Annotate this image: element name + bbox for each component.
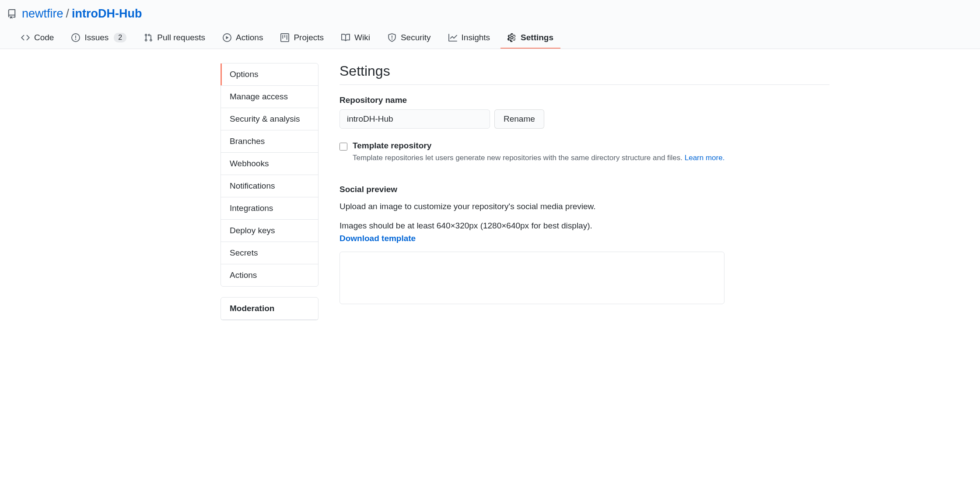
breadcrumb-separator: /: [66, 7, 70, 21]
social-preview-desc2: Images should be at least 640×320px (128…: [340, 220, 830, 245]
tab-label: Wiki: [354, 33, 370, 42]
sidebar-item-secrets[interactable]: Secrets: [221, 242, 318, 264]
tab-label: Security: [401, 33, 431, 42]
breadcrumb-owner[interactable]: newtfire: [22, 7, 63, 21]
sidebar-moderation-menu: Moderation: [220, 297, 318, 320]
repo-name-input[interactable]: [340, 109, 490, 129]
tab-label: Pull requests: [157, 33, 205, 42]
repo-icon: [7, 9, 17, 19]
tab-label: Code: [34, 33, 54, 42]
book-icon: [341, 33, 350, 42]
play-icon: [223, 33, 231, 42]
breadcrumb-repo[interactable]: introDH-Hub: [72, 7, 142, 21]
template-checkbox-label[interactable]: Template repository: [353, 141, 431, 151]
rename-row: Rename: [340, 109, 830, 129]
sidebar-item-webhooks[interactable]: Webhooks: [221, 153, 318, 175]
rename-button[interactable]: Rename: [494, 109, 544, 129]
template-desc-text: Template repositories let users generate…: [353, 154, 685, 162]
repo-name-label: Repository name: [340, 95, 830, 105]
sidebar-item-notifications[interactable]: Notifications: [221, 175, 318, 197]
settings-content: Settings Repository name Rename Template…: [340, 63, 830, 331]
template-checkbox-desc: Template repositories let users generate…: [353, 152, 830, 164]
download-template-link[interactable]: Download template: [340, 234, 416, 243]
tab-label: Actions: [236, 33, 263, 42]
divider: [340, 84, 830, 85]
sidebar-item-manage-access[interactable]: Manage access: [221, 86, 318, 108]
tab-label: Insights: [462, 33, 490, 42]
settings-sidebar: Options Manage access Security & analysi…: [150, 63, 318, 331]
tab-label: Issues: [84, 33, 108, 42]
sidebar-item-branches[interactable]: Branches: [221, 130, 318, 153]
tab-settings[interactable]: Settings: [500, 28, 560, 49]
tab-pull-requests[interactable]: Pull requests: [137, 28, 212, 49]
breadcrumb: newtfire / introDH-Hub: [0, 7, 980, 28]
tab-insights[interactable]: Insights: [441, 28, 497, 49]
tab-actions[interactable]: Actions: [216, 28, 270, 49]
sidebar-item-integrations[interactable]: Integrations: [221, 197, 318, 220]
social-preview-desc1: Upload an image to customize your reposi…: [340, 200, 830, 213]
tab-projects[interactable]: Projects: [273, 28, 331, 49]
social-preview-section: Social preview Upload an image to custom…: [340, 185, 830, 305]
graph-icon: [448, 33, 457, 42]
repo-header: newtfire / introDH-Hub Code Issues 2 Pul…: [0, 0, 980, 49]
social-preview-title: Social preview: [340, 185, 830, 194]
social-preview-box[interactable]: [340, 252, 724, 304]
issues-count: 2: [114, 33, 126, 42]
sidebar-moderation-header: Moderation: [221, 298, 318, 320]
template-checkbox-row: Template repository: [340, 141, 830, 151]
tab-label: Settings: [521, 33, 553, 42]
sidebar-item-security-analysis[interactable]: Security & analysis: [221, 108, 318, 130]
tab-security[interactable]: Security: [381, 28, 438, 49]
tab-issues[interactable]: Issues 2: [64, 28, 133, 49]
sidebar-item-deploy-keys[interactable]: Deploy keys: [221, 220, 318, 242]
sidebar-item-actions[interactable]: Actions: [221, 264, 318, 286]
repo-tabs: Code Issues 2 Pull requests Actions Proj…: [0, 28, 980, 49]
pull-request-icon: [144, 33, 153, 42]
tab-label: Projects: [294, 33, 324, 42]
template-checkbox[interactable]: [340, 143, 347, 151]
page-title: Settings: [340, 63, 830, 79]
main-container: Options Manage access Security & analysi…: [140, 49, 840, 345]
code-icon: [21, 33, 30, 42]
gear-icon: [508, 33, 516, 42]
sidebar-main-menu: Options Manage access Security & analysi…: [220, 63, 318, 287]
template-learn-more-link[interactable]: Learn more.: [685, 154, 725, 162]
tab-wiki[interactable]: Wiki: [334, 28, 377, 49]
sidebar-item-options[interactable]: Options: [221, 63, 318, 86]
issue-icon: [71, 33, 80, 42]
shield-icon: [388, 33, 396, 42]
tab-code[interactable]: Code: [14, 28, 61, 49]
project-icon: [280, 33, 289, 42]
